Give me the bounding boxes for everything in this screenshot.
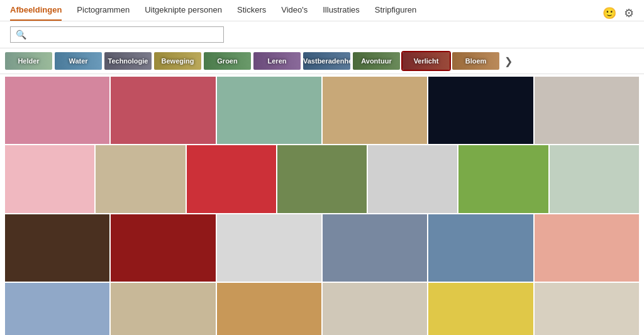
chip-label-vastberadenheid: Vastberadenheid	[303, 57, 350, 65]
image-grid	[0, 74, 644, 335]
chip-bloem[interactable]: Bloem	[452, 52, 499, 70]
emoji-icon[interactable]: 🙂	[602, 6, 616, 20]
settings-icon[interactable]: ⚙	[624, 6, 634, 20]
chips-bar: HelderWaterTechnologieBewegingGroenLeren…	[0, 48, 644, 74]
chip-beweging[interactable]: Beweging	[154, 52, 201, 70]
chip-label-bloem: Bloem	[452, 57, 499, 65]
nav-right: 🙂 ⚙	[602, 6, 634, 20]
chip-label-leren: Leren	[253, 57, 301, 65]
grid-cell-2-0[interactable]	[5, 214, 109, 282]
chip-leren[interactable]: Leren	[253, 52, 301, 70]
grid-row-3	[5, 283, 639, 335]
nav-bar: AfbeeldingenPictogrammenUitgeknipte pers…	[0, 0, 644, 21]
grid-cell-1-5[interactable]	[458, 145, 548, 212]
nav-item-videos[interactable]: Video's	[281, 5, 308, 21]
grid-cell-3-2[interactable]	[217, 283, 321, 335]
chip-label-avontuur: Avontuur	[353, 57, 400, 65]
grid-cell-0-0[interactable]	[5, 77, 109, 144]
grid-cell-0-2[interactable]	[217, 77, 321, 144]
grid-cell-3-1[interactable]	[111, 283, 215, 335]
grid-cell-3-4[interactable]	[428, 283, 533, 335]
search-icon: 🔍	[16, 30, 26, 40]
grid-cell-0-3[interactable]	[323, 77, 427, 144]
grid-cell-2-5[interactable]	[535, 214, 639, 282]
grid-cell-2-4[interactable]	[428, 214, 533, 282]
nav-item-illustraties[interactable]: Illustraties	[323, 5, 360, 21]
grid-cell-2-3[interactable]	[323, 214, 427, 282]
chip-label-helder: Helder	[5, 57, 52, 65]
chip-label-beweging: Beweging	[154, 57, 201, 65]
nav-item-afbeeldingen[interactable]: Afbeeldingen	[10, 5, 62, 21]
nav-item-uitgekniptepersonen[interactable]: Uitgeknipte personen	[145, 5, 222, 21]
grid-cell-1-2[interactable]	[187, 145, 276, 212]
grid-cell-3-0[interactable]	[5, 283, 109, 335]
chip-label-groen: Groen	[204, 57, 251, 65]
grid-cell-1-4[interactable]	[368, 145, 457, 212]
grid-cell-2-2[interactable]	[217, 214, 321, 282]
chip-water[interactable]: Water	[55, 52, 102, 70]
grid-cell-2-1[interactable]	[111, 214, 215, 282]
grid-cell-0-5[interactable]	[535, 77, 639, 144]
chip-label-water: Water	[55, 57, 102, 65]
search-input[interactable]	[30, 30, 218, 40]
grid-cell-3-5[interactable]	[535, 283, 639, 335]
grid-cell-1-3[interactable]	[277, 145, 367, 212]
chip-vastberadenheid[interactable]: Vastberadenheid	[303, 52, 350, 70]
chip-technologie[interactable]: Technologie	[104, 52, 152, 70]
search-input-wrapper: 🔍	[10, 26, 224, 43]
grid-row-1	[5, 145, 639, 212]
chip-label-verlicht: Verlicht	[402, 57, 450, 65]
grid-cell-0-4[interactable]	[428, 77, 533, 144]
chip-avontuur[interactable]: Avontuur	[353, 52, 400, 70]
chip-verlicht[interactable]: Verlicht	[402, 52, 450, 70]
search-bar: 🔍	[0, 21, 644, 48]
chip-label-technologie: Technologie	[104, 57, 152, 65]
grid-cell-1-0[interactable]	[5, 145, 94, 212]
nav-item-stripfiguren[interactable]: Stripfiguren	[375, 5, 416, 21]
chip-groen[interactable]: Groen	[204, 52, 251, 70]
grid-row-0	[5, 77, 639, 144]
main-content	[0, 74, 644, 335]
grid-cell-0-1[interactable]	[111, 77, 215, 144]
chips-next-button[interactable]: ❯	[502, 55, 515, 67]
grid-cell-3-3[interactable]	[323, 283, 427, 335]
nav-item-pictogrammen[interactable]: Pictogrammen	[77, 5, 130, 21]
nav-item-stickers[interactable]: Stickers	[237, 5, 266, 21]
grid-cell-1-1[interactable]	[96, 145, 185, 212]
chip-helder[interactable]: Helder	[5, 52, 52, 70]
grid-row-2	[5, 214, 639, 282]
grid-cell-1-6[interactable]	[550, 145, 639, 212]
